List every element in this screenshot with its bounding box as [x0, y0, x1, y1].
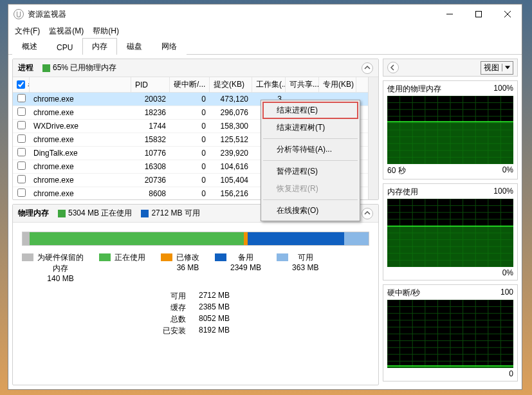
row-checkbox[interactable]: [17, 94, 26, 102]
row-checkbox[interactable]: [17, 134, 26, 143]
graph-title: 硬中断/秒: [387, 288, 420, 299]
cell-hardfaults: 0: [170, 108, 210, 117]
view-selector[interactable]: 视图: [481, 61, 513, 75]
cell-pid: 20736: [131, 176, 170, 185]
col-workingset[interactable]: 工作集(...: [252, 77, 286, 92]
col-pid[interactable]: PID: [131, 77, 170, 92]
expand-graphs-button[interactable]: [387, 62, 399, 73]
row-checkbox[interactable]: [17, 161, 26, 170]
row-checkbox[interactable]: [17, 121, 26, 129]
menu-suspend-process[interactable]: 暂停进程(S): [262, 163, 358, 180]
tab-cpu[interactable]: CPU: [47, 40, 82, 55]
col-private[interactable]: 专用(KB): [319, 77, 356, 92]
memory-bar: [22, 232, 369, 246]
stat-key: 已安装: [160, 326, 186, 337]
graph-max: 100%: [493, 84, 513, 95]
cell-pid: 16308: [131, 162, 170, 171]
cell-hardfaults: 0: [170, 176, 210, 185]
stat-key: 缓存: [160, 302, 186, 314]
legend-item: 备用2349 MB: [215, 252, 261, 283]
minimize-button[interactable]: [435, 5, 464, 24]
processes-usage: 65% 已用物理内存: [42, 62, 116, 73]
graph-title: 使用的物理内存: [387, 84, 441, 95]
menu-analyze-wait-chain[interactable]: 分析等待链(A)...: [262, 141, 358, 158]
cell-pid: 20032: [131, 95, 170, 104]
window-title: 资源监视器: [28, 9, 435, 20]
stat-key: 总数: [160, 314, 186, 326]
tab-network[interactable]: 网络: [152, 38, 187, 55]
cell-commit: 104,616: [210, 162, 252, 171]
menu-file[interactable]: 文件(F): [11, 24, 44, 38]
memory-segment: [30, 232, 244, 245]
row-checkbox[interactable]: [17, 148, 26, 156]
close-button[interactable]: [493, 5, 522, 24]
legend-swatch: [99, 253, 111, 261]
cell-hardfaults: 0: [170, 149, 210, 158]
svg-marker-4: [505, 66, 510, 69]
tab-disk[interactable]: 磁盘: [117, 38, 152, 55]
cell-hardfaults: 0: [170, 189, 210, 198]
memory-legend: 为硬件保留的内存140 MB正在使用已修改36 MB备用2349 MB可用363…: [22, 252, 369, 283]
menu-help[interactable]: 帮助(H): [89, 24, 123, 38]
graph-foot-right: 0%: [502, 165, 513, 176]
stat-row: 缓存2385 MB: [160, 302, 369, 314]
collapse-physmem-button[interactable]: [362, 208, 373, 219]
cell-name: chrome.exe: [30, 162, 131, 171]
processes-header[interactable]: 进程 65% 已用物理内存: [13, 59, 378, 77]
cell-name: WXDrive.exe: [30, 122, 131, 131]
cell-hardfaults: 0: [170, 122, 210, 131]
context-menu: 结束进程(E) 结束进程树(T) 分析等待链(A)... 暂停进程(S) 恢复进…: [261, 100, 360, 221]
menu-separator: [263, 138, 358, 139]
cell-pid: 18236: [131, 108, 170, 117]
menu-end-process-tree[interactable]: 结束进程树(T): [262, 119, 358, 136]
inuse-swatch: [58, 210, 66, 217]
cell-name: chrome.exe: [30, 95, 131, 104]
right-column: 视图 使用的物理内存100%60 秒0%内存使用100%0%硬中断/秒1000: [383, 59, 518, 385]
graph-max: 100%: [493, 187, 513, 197]
menu-end-process[interactable]: 结束进程(E): [262, 102, 358, 119]
stat-value: 2712 MB: [199, 291, 244, 302]
menu-monitor[interactable]: 监视器(M): [45, 24, 87, 38]
memory-segment: [23, 232, 30, 245]
select-all-checkbox[interactable]: [17, 80, 25, 89]
row-checkbox[interactable]: [17, 175, 26, 183]
cell-pid: 10776: [131, 149, 170, 158]
scrollbar[interactable]: [368, 77, 378, 199]
physical-memory-panel: 物理内存 5304 MB 正在使用 2712 MB 可用 为硬件保留的内存140…: [12, 204, 379, 385]
avail-swatch: [141, 210, 149, 217]
col-checkbox[interactable]: 名称: [13, 77, 30, 92]
view-label: 视图: [484, 62, 499, 73]
right-header: 视图: [383, 59, 518, 77]
titlebar[interactable]: 资源监视器: [8, 5, 522, 24]
col-hardfaults[interactable]: 硬中断/...: [170, 77, 210, 92]
graph-canvas: [387, 199, 513, 267]
tab-overview[interactable]: 概述: [12, 38, 47, 55]
cell-name: DingTalk.exe: [30, 149, 131, 158]
memory-segment: [248, 232, 345, 245]
tab-memory[interactable]: 内存: [82, 38, 117, 55]
legend-label: 备用2349 MB: [230, 252, 261, 272]
col-commit[interactable]: 提交(KB): [210, 77, 252, 92]
graphs-container: 使用的物理内存100%60 秒0%内存使用100%0%硬中断/秒1000: [383, 80, 518, 381]
row-checkbox[interactable]: [17, 107, 26, 116]
cell-commit: 156,216: [210, 189, 252, 198]
stat-row: 可用2712 MB: [160, 291, 369, 302]
collapse-processes-button[interactable]: [362, 62, 373, 74]
cell-hardfaults: 0: [170, 95, 210, 104]
svg-rect-28: [387, 122, 513, 164]
memory-segment: [344, 232, 369, 245]
row-checkbox[interactable]: [17, 188, 26, 197]
processes-title: 进程: [18, 62, 33, 73]
graph-foot-left: 60 秒: [387, 165, 406, 176]
legend-item: 已修改36 MB: [161, 252, 199, 283]
physmem-body: 为硬件保留的内存140 MB正在使用已修改36 MB备用2349 MB可用363…: [13, 223, 378, 344]
cell-commit: 105,404: [210, 176, 252, 185]
cell-name: chrome.exe: [30, 108, 131, 117]
stat-row: 总数8052 MB: [160, 314, 369, 326]
menu-separator: [263, 160, 358, 161]
maximize-button[interactable]: [464, 5, 493, 24]
stat-key: 可用: [160, 291, 186, 302]
graph-box: 使用的物理内存100%60 秒0%: [383, 80, 518, 179]
col-shareable[interactable]: 可共享...: [286, 77, 319, 92]
menu-search-online[interactable]: 在线搜索(O): [262, 202, 358, 219]
